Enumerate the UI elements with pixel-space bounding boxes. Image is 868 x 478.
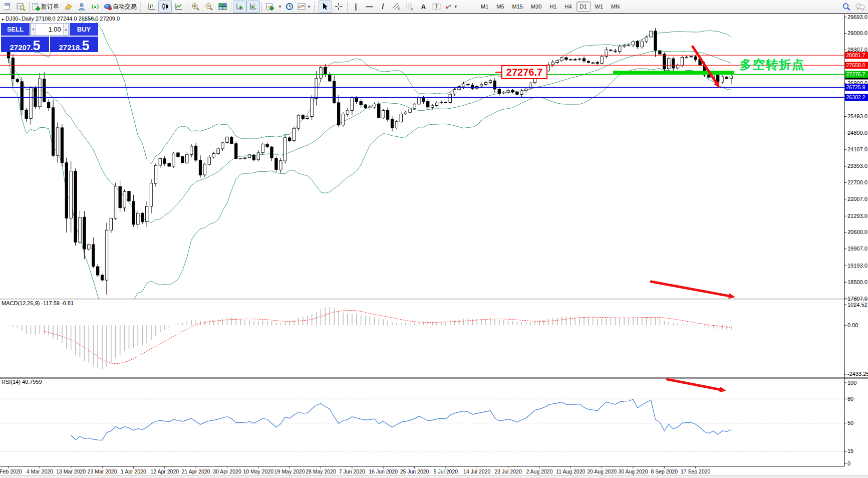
new-order-label: 新订单 xyxy=(41,3,59,11)
horizontal-line-icon: — xyxy=(366,3,373,11)
volume-up-button[interactable]: ▲ xyxy=(63,24,69,35)
price-callout[interactable]: 27276.7 xyxy=(501,65,547,79)
separator xyxy=(187,2,187,12)
sell-price[interactable]: 27207.5 xyxy=(1,37,49,52)
svg-text:5 Jul 2020: 5 Jul 2020 xyxy=(434,468,458,474)
collapse-triangle-icon[interactable]: ▸ xyxy=(2,17,4,22)
fibonacci-tool-button[interactable]: F xyxy=(403,1,417,13)
label-tool-button[interactable]: T xyxy=(430,1,444,13)
vertical-line-tool-button[interactable]: | xyxy=(349,1,363,13)
arrows-tool-button[interactable]: ▼ xyxy=(444,1,460,13)
signal-icon xyxy=(91,3,100,11)
chart-title: ▸DJ30-,Daily 27108.0 27244.0 26856.0 272… xyxy=(2,16,120,22)
zone-annotation-label[interactable]: 多空转折点 xyxy=(740,57,805,73)
trendline-tool-button[interactable]: / xyxy=(376,1,390,13)
cursor-tool-button[interactable] xyxy=(319,1,332,13)
tab-timeframe-h1[interactable]: H1 xyxy=(546,2,560,12)
channel-tool-button[interactable]: E xyxy=(390,1,403,13)
buy-button[interactable]: BUY xyxy=(70,23,98,36)
svg-text:E: E xyxy=(398,7,400,11)
new-order-icon xyxy=(32,3,41,11)
tab-timeframe-w1[interactable]: W1 xyxy=(592,2,607,12)
svg-text:F: F xyxy=(411,8,413,11)
signals-button[interactable] xyxy=(89,1,102,13)
chart-shift-button[interactable] xyxy=(246,1,260,13)
separator xyxy=(29,2,30,12)
volume-down-button[interactable]: ▼ xyxy=(31,24,36,35)
auto-scroll-icon xyxy=(236,3,244,11)
crosshair-tool-button[interactable] xyxy=(332,1,346,13)
zoom-in-button[interactable] xyxy=(189,1,202,13)
period-button[interactable] xyxy=(283,1,297,13)
auto-scroll-button[interactable] xyxy=(233,1,246,13)
auto-trading-label: 自动交易 xyxy=(113,3,137,11)
svg-text:80: 80 xyxy=(847,396,853,402)
line-chart-button[interactable] xyxy=(172,1,185,13)
svg-text:10 May 2020: 10 May 2020 xyxy=(243,468,273,474)
text-tool-button[interactable]: A xyxy=(417,1,430,13)
horizontal-line-tool-button[interactable]: — xyxy=(363,1,376,13)
indicators-button[interactable] xyxy=(263,1,277,13)
svg-text:29000.0: 29000.0 xyxy=(847,30,867,36)
svg-text:7 Jun 2020: 7 Jun 2020 xyxy=(339,468,365,474)
eraser-icon xyxy=(64,3,73,11)
trendline-icon: / xyxy=(382,3,384,11)
svg-text:25 Jun 2020: 25 Jun 2020 xyxy=(400,468,429,474)
cursor-icon xyxy=(322,3,329,11)
svg-text:29693.0: 29693.0 xyxy=(847,14,867,20)
volume-stepper: ▼ ▲ xyxy=(30,23,69,36)
price-chart-canvas[interactable]: 29693.029000.028307.026900.026207.025493… xyxy=(0,14,868,478)
tab-timeframe-m5[interactable]: M5 xyxy=(493,2,507,12)
svg-text:24107.0: 24107.0 xyxy=(847,146,867,152)
candlestick-chart-button[interactable] xyxy=(158,1,172,13)
tab-timeframe-m30[interactable]: M30 xyxy=(527,2,545,12)
svg-text:23 Mar 2020: 23 Mar 2020 xyxy=(88,468,117,474)
buy-price[interactable]: 27218.5 xyxy=(50,37,98,52)
indicators-caret-icon[interactable]: ▼ xyxy=(278,5,282,9)
clock-icon xyxy=(285,3,294,11)
templates-button[interactable]: ▼ xyxy=(297,1,313,13)
rsi-label: RSI(14) 40.7959 xyxy=(2,379,42,385)
tab-timeframe-m15[interactable]: M15 xyxy=(509,2,526,12)
sell-price-int: 27207 xyxy=(10,43,31,52)
svg-text:0: 0 xyxy=(847,460,850,466)
arrows-icon xyxy=(445,3,453,11)
text-icon: A xyxy=(421,3,426,11)
one-click-trading-panel: SELL ▼ ▲ BUY 27207.5 27218.5 xyxy=(1,23,98,52)
svg-text:1024.52: 1024.52 xyxy=(847,302,867,308)
support-zone-band[interactable] xyxy=(613,71,734,75)
svg-text:8 Sep 2020: 8 Sep 2020 xyxy=(651,468,678,474)
svg-text:4 Feb 2020: 4 Feb 2020 xyxy=(0,468,22,474)
template-icon xyxy=(298,3,306,11)
svg-text:16 Jun 2020: 16 Jun 2020 xyxy=(369,468,398,474)
svg-text:28 May 2020: 28 May 2020 xyxy=(306,468,336,474)
auto-trading-button[interactable]: 自动交易 xyxy=(102,1,139,13)
svg-text:19907.0: 19907.0 xyxy=(847,246,867,252)
tab-timeframe-h4[interactable]: H4 xyxy=(561,2,575,12)
tab-timeframe-m1[interactable]: M1 xyxy=(477,2,492,12)
arrows-caret-icon: ▼ xyxy=(454,5,458,9)
svg-text:22007.0: 22007.0 xyxy=(847,196,867,202)
new-order-button[interactable]: 新订单 xyxy=(31,1,62,13)
community-button[interactable] xyxy=(75,1,89,13)
tile-windows-button[interactable] xyxy=(216,1,229,13)
search-button[interactable] xyxy=(839,1,853,13)
chart-window: 29693.029000.028307.026900.026207.025493… xyxy=(0,14,868,478)
svg-text:1 Apr 2020: 1 Apr 2020 xyxy=(121,468,146,474)
tab-timeframe-d1[interactable]: D1 xyxy=(576,2,591,12)
svg-text:27276.7: 27276.7 xyxy=(846,71,865,77)
search-icon xyxy=(842,3,851,11)
svg-text:20600.0: 20600.0 xyxy=(847,229,867,235)
sell-button[interactable]: SELL xyxy=(1,23,30,36)
bar-chart-button[interactable] xyxy=(145,1,158,13)
eraser-button[interactable] xyxy=(62,1,75,13)
svg-text:2 Aug 2020: 2 Aug 2020 xyxy=(526,468,552,474)
strategy-tester-button[interactable] xyxy=(14,1,28,13)
window-button[interactable] xyxy=(1,1,14,13)
svg-text:22700.0: 22700.0 xyxy=(847,179,867,185)
tab-timeframe-mn[interactable]: MN xyxy=(608,2,623,12)
line-chart-icon xyxy=(175,3,183,11)
chat-button[interactable] xyxy=(853,1,866,13)
volume-input[interactable] xyxy=(36,24,63,35)
zoom-out-button[interactable] xyxy=(202,1,216,13)
